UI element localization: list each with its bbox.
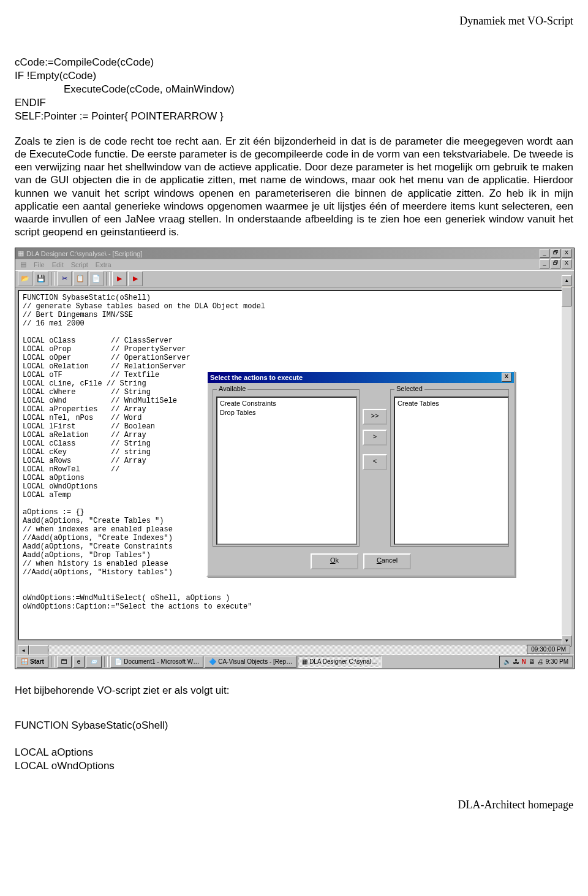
vertical-scrollbar[interactable]: ▴ ▾ (562, 275, 571, 647)
toolbar-save-icon[interactable]: 💾 (34, 271, 48, 286)
close-button[interactable]: X (562, 249, 571, 258)
mdi-close-button[interactable]: X (562, 259, 571, 268)
available-label: Available (217, 385, 247, 392)
selected-listbox[interactable]: Create Tables (394, 397, 509, 545)
dialog-titlebar: Select the actions to execute X (208, 372, 514, 383)
code-line: LOCAL aOptions (15, 746, 93, 758)
code-line: FUNCTION SybaseStatic(oShell) (15, 719, 168, 731)
toolbar-cut-icon[interactable]: ✂ (57, 271, 72, 286)
quick-launch-icon[interactable]: 🗔 (57, 656, 72, 668)
taskbar: 🪟Start 🗔 e 📨 📄Document1 - Microsoft W… 🔷… (15, 655, 574, 669)
paragraph-2: Het bijbehorende VO-script ziet er als v… (15, 684, 573, 697)
tray-icon[interactable]: 🖧 (513, 658, 519, 665)
code-snippet-1: cCode:=CompileCode(cCode) IF !Empty(cCod… (15, 42, 573, 124)
page-header-right: Dynamiek met VO-Script (15, 15, 573, 42)
code-snippet-2: FUNCTION SybaseStatic(oShell) LOCAL aOpt… (15, 705, 573, 773)
horizontal-scrollbar[interactable]: ◂ ▸ (18, 645, 562, 655)
quick-launch-outlook-icon[interactable]: 📨 (86, 656, 102, 668)
window-title: DLA Designer C:\synalyse\ - [Scripting] (26, 250, 143, 257)
mdi-restore-button[interactable]: 🗗 (551, 259, 560, 268)
status-time: 09:30:00 PM (527, 645, 570, 654)
move-right-button[interactable]: > (363, 430, 387, 446)
toolbar-run2-icon[interactable]: ▶ (128, 271, 143, 286)
move-left-button[interactable]: < (363, 454, 387, 470)
tray-icon[interactable]: 🔊 (503, 658, 511, 665)
menu-script[interactable]: Script (71, 261, 88, 268)
scroll-up-icon[interactable]: ▴ (562, 275, 571, 286)
list-item[interactable]: Create Tables (398, 399, 505, 408)
scroll-thumb-h[interactable] (29, 645, 48, 655)
code-line: ExecuteCode(cCode, oMainWindow) (15, 83, 235, 95)
toolbar-open-icon[interactable]: 📂 (18, 271, 32, 286)
code-line: cCode:=CompileCode(cCode) (15, 56, 154, 68)
list-item[interactable]: Drop Tables (220, 408, 353, 417)
toolbar-copy-icon[interactable]: 📋 (73, 271, 88, 286)
window-titlebar: ▦ DLA Designer C:\synalyse\ - [Scripting… (15, 248, 574, 259)
tray-icon[interactable]: N (522, 658, 526, 665)
menu-file[interactable]: File (34, 261, 45, 268)
move-all-right-button[interactable]: >> (363, 409, 387, 425)
code-line: SELF:Pointer := Pointer{ POINTERARROW } (15, 110, 224, 122)
menu-edit[interactable]: Edit (52, 261, 64, 268)
quick-launch-ie-icon[interactable]: e (73, 656, 85, 668)
paragraph-1: Zoals te zien is de code recht toe recht… (15, 135, 573, 239)
task-cavo[interactable]: 🔷CA-Visual Objects - [Rep… (205, 656, 296, 668)
ok-button[interactable]: Ok (311, 553, 358, 569)
maximize-button[interactable]: 🗗 (551, 249, 560, 258)
toolbar-paste-icon[interactable]: 📄 (89, 271, 104, 286)
menu-extra[interactable]: Extra (96, 261, 111, 268)
mdi-minimize-button[interactable]: _ (540, 259, 549, 268)
tray-icon[interactable]: 🖥 (529, 658, 535, 665)
dialog-close-button[interactable]: X (502, 373, 511, 382)
system-tray: 🔊 🖧 N 🖥 🖨 9:30 PM (499, 656, 573, 668)
cancel-button[interactable]: Cancel (363, 553, 411, 569)
app-icon: ▦ (18, 249, 24, 257)
task-dla[interactable]: ▦DLA Designer C:\synal… (298, 656, 382, 668)
scroll-left-icon[interactable]: ◂ (18, 645, 29, 655)
list-item[interactable]: Create Constraints (220, 399, 353, 408)
app-screenshot: ▦ DLA Designer C:\synalyse\ - [Scripting… (15, 248, 575, 669)
minimize-button[interactable]: _ (540, 249, 549, 258)
menubar: ▤ File Edit Script Extra (15, 259, 574, 270)
available-listbox[interactable]: Create Constraints Drop Tables (216, 397, 357, 545)
code-line: LOCAL oWndOptions (15, 760, 115, 772)
tray-icon[interactable]: 🖨 (537, 658, 543, 665)
page-footer: DLA-Architect homepage (15, 784, 573, 811)
toolbar-run-icon[interactable]: ▶ (112, 271, 127, 286)
dialog-title: Select the actions to execute (210, 374, 303, 381)
toolbar: 📂 💾 ✂ 📋 📄 ▶ ▶ (15, 270, 574, 287)
scroll-thumb[interactable] (562, 287, 571, 306)
selected-label: Selected (394, 385, 424, 392)
task-word[interactable]: 📄Document1 - Microsoft W… (110, 656, 203, 668)
select-actions-dialog: Select the actions to execute X Availabl… (206, 371, 515, 577)
doc-icon: ▤ (20, 260, 26, 268)
start-button[interactable]: 🪟Start (17, 656, 48, 668)
code-line: IF !Empty(cCode) (15, 70, 96, 82)
code-line: ENDIF (15, 97, 46, 108)
tray-time: 9:30 PM (546, 658, 568, 665)
windows-icon: 🪟 (21, 657, 28, 667)
